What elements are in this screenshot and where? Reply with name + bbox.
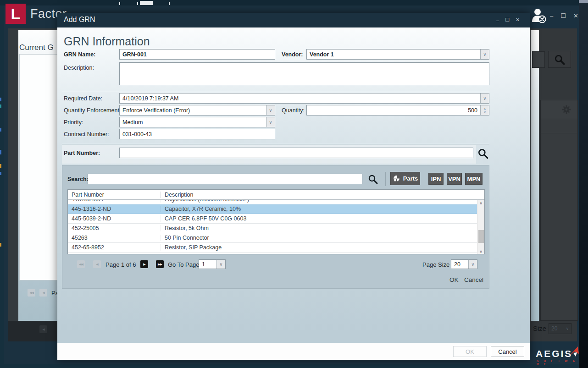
goto-page-dropdown-icon[interactable]: ∨ (216, 260, 225, 269)
goto-page-value: 1 (199, 261, 216, 268)
aegis-arrow-icon (567, 345, 581, 358)
search-icon (477, 148, 489, 159)
user-icon (531, 7, 546, 23)
main-maximize-button[interactable]: ☐ (560, 12, 566, 19)
filter-mpn-button[interactable]: MPN (465, 173, 483, 185)
table-row-selected[interactable]: 445-1316-2-ND Capacitor, X7R Ceramic, 10… (68, 204, 477, 214)
grid-ok-link[interactable]: OK (449, 276, 459, 283)
search-input[interactable] (88, 174, 362, 184)
contract-number-label: Contract Number: (64, 131, 109, 137)
first-page-button[interactable]: ◀◀ (77, 260, 85, 268)
desktop-icon-sliver (0, 98, 1, 101)
dialog-maximize-button[interactable]: ☐ (505, 17, 510, 23)
dialog-window-controls: – ☐ ✕ (496, 17, 520, 23)
part-number-search-button[interactable] (477, 148, 489, 159)
prev-page-button[interactable]: ◀ (93, 260, 101, 268)
part-number-input[interactable] (119, 148, 473, 158)
page-size-dropdown-icon[interactable]: ∨ (468, 260, 477, 269)
vendor-dropdown-icon[interactable]: ∨ (480, 49, 489, 59)
main-close-button[interactable]: ✕ (573, 12, 578, 19)
next-page-button[interactable]: ▶ (140, 260, 148, 268)
desktop-icon-sliver (0, 164, 1, 168)
bg-first-page-button: ◀◀ (28, 289, 35, 297)
user-avatar[interactable] (531, 7, 546, 23)
dialog-close-button[interactable]: ✕ (516, 17, 520, 23)
table-row[interactable]: 445-5039-2-ND CAP CER 6.8PF 50V C0G 0603 (68, 214, 477, 224)
aegis-subtext: S O F T W A R E (537, 359, 579, 366)
priority-dropdown-icon[interactable]: ∨ (266, 117, 275, 127)
desktop-icon-sliver (0, 150, 1, 154)
column-header-part-number[interactable]: Part Number (68, 192, 161, 198)
required-date-label: Required Date: (64, 95, 102, 102)
vendor-label: Vendor: (282, 51, 303, 58)
grid-header-row: Part Number Description (68, 190, 484, 200)
desktop-right-edge (579, 3, 588, 368)
priority-label: Priority: (64, 119, 83, 126)
scroll-thumb[interactable] (478, 230, 484, 243)
cell-description: Capacitor, X7R Ceramic, 10% (161, 206, 477, 212)
parts-button[interactable]: Parts (390, 172, 420, 185)
column-header-description[interactable]: Description (161, 192, 484, 198)
bg-search-button (548, 51, 571, 68)
cell-description: Resistor, 5k Ohm (161, 225, 477, 231)
page-size-select[interactable]: 20 ∨ (451, 259, 477, 269)
grn-name-label: GRN Name: (64, 51, 95, 58)
page-size-label: Page Size (422, 261, 449, 268)
last-page-button[interactable]: ▶▶ (156, 260, 164, 268)
divider (62, 144, 489, 144)
filter-vpn-label: VPN (448, 176, 460, 182)
table-row[interactable]: 45263 50 Pin Connector (68, 233, 477, 243)
required-date-dropdown-icon[interactable]: ∨ (480, 93, 489, 103)
required-date-value: 4/10/2019 7:19:37 AM (120, 95, 480, 102)
description-textarea[interactable] (119, 62, 489, 85)
vendor-select[interactable]: Vendor 1 ∨ (306, 49, 489, 60)
filter-ipn-button[interactable]: IPN (428, 173, 444, 185)
filter-vpn-button[interactable]: VPN (447, 173, 462, 185)
cell-part-number: 452-25005 (68, 225, 161, 231)
dialog-titlebar[interactable] (57, 13, 530, 27)
top-tick-2 (137, 2, 138, 5)
required-date-select[interactable]: 4/10/2019 7:19:37 AM ∨ (119, 93, 489, 104)
table-row[interactable]: 4151354964 Logic Circuit (moisture sensi… (68, 200, 477, 204)
quantity-label: Quantity: (282, 107, 305, 114)
search-button[interactable] (367, 174, 378, 185)
scroll-down-icon[interactable]: ∨ (477, 248, 484, 254)
cell-part-number: 445-5039-2-ND (68, 215, 161, 222)
bg-grid-body (540, 119, 578, 321)
grid-scrollbar[interactable]: ∧ ∨ (477, 200, 484, 254)
filter-ipn-label: IPN (431, 176, 441, 182)
contract-number-input[interactable] (119, 129, 275, 139)
scroll-up-icon[interactable]: ∧ (477, 200, 484, 206)
search-icon (367, 174, 378, 185)
desktop-top-strip (0, 0, 588, 5)
parts-button-label: Parts (403, 175, 418, 182)
quantity-enforcement-label: Quantity Enforcement: (64, 107, 121, 114)
table-row[interactable]: 452-65-8952 Resistor, SIP Package (68, 243, 477, 253)
grid-cancel-link[interactable]: Cancel (464, 276, 483, 283)
parts-icon (393, 175, 400, 182)
priority-select[interactable]: Medium ∨ (119, 117, 275, 127)
filter-mpn-label: MPN (467, 176, 481, 182)
section-title: GRN Information (64, 35, 150, 48)
part-number-label: Part Number: (64, 150, 100, 156)
bg-dim-prev-button: ◀ (39, 325, 47, 333)
grn-name-input[interactable] (119, 49, 275, 60)
quantity-spinner-icons[interactable]: ∧∨ (480, 105, 489, 115)
cell-description: Logic Circuit (moisture sensitive ) (161, 200, 477, 203)
quantity-enforcement-dropdown-icon[interactable]: ∨ (266, 105, 275, 115)
screen: L Factor – ☐ ✕ Current G ◀◀ ◀ Pa ◀◀ ◀ (0, 0, 588, 368)
goto-page-select[interactable]: 1 ∨ (199, 259, 226, 269)
main-window-controls: – ☐ ✕ (550, 12, 578, 19)
top-tick-3 (169, 2, 170, 5)
dialog-minimize-button[interactable]: – (496, 17, 499, 23)
cancel-button[interactable]: Cancel (491, 346, 524, 357)
ok-button[interactable]: OK (453, 346, 487, 357)
quantity-enforcement-select[interactable]: Enforce Verification (Error) ∨ (119, 105, 275, 115)
quantity-stepper[interactable]: 500 ∧∨ (306, 105, 489, 115)
bg-gear-icon (561, 104, 571, 115)
search-label: Search: (67, 176, 89, 182)
main-minimize-button[interactable]: – (550, 12, 553, 19)
table-row[interactable]: 452-25005 Resistor, 5k Ohm (68, 224, 477, 233)
description-label: Description: (64, 65, 94, 71)
cell-description: CAP CER 6.8PF 50V C0G 0603 (161, 215, 477, 222)
